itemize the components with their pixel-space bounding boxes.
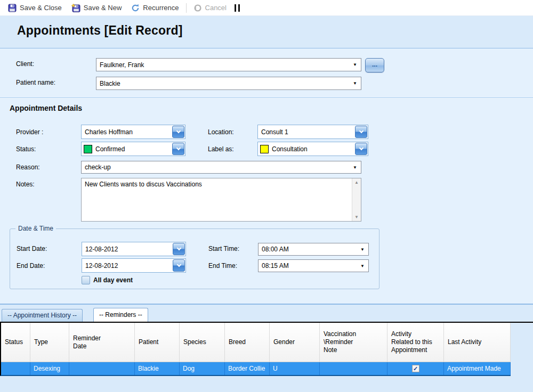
save-floppy-icon bbox=[8, 4, 17, 12]
cell-vaccination-note bbox=[320, 362, 387, 375]
status-swatch bbox=[84, 145, 92, 153]
column-header-vaccination-note[interactable]: Vaccination \Reminder Note bbox=[320, 323, 387, 362]
column-header-breed[interactable]: Breed bbox=[225, 323, 270, 362]
cell-reminder-date bbox=[69, 362, 135, 375]
patient-name-label: Patient name: bbox=[16, 79, 55, 86]
cell-type: Desexing bbox=[30, 362, 69, 375]
recurrence-icon bbox=[131, 4, 140, 12]
reminders-table: Status Type Reminder Date Patient Specie… bbox=[0, 322, 533, 392]
cancel-label: Cancel bbox=[205, 4, 227, 12]
notes-textarea[interactable]: New Clients wants to discus Vaccinations… bbox=[81, 178, 361, 222]
status-combobox[interactable]: Confirmed bbox=[81, 142, 185, 156]
label-as-dropdown-button[interactable] bbox=[355, 143, 367, 155]
cell-status bbox=[1, 362, 30, 375]
cancel-icon bbox=[193, 4, 202, 12]
scroll-down-icon[interactable]: ▼ bbox=[354, 215, 359, 219]
history-reminders-tabstrip: -- Appointment History -- -- Reminders -… bbox=[0, 308, 533, 322]
patient-dropdown-arrow-icon[interactable]: ▼ bbox=[353, 81, 357, 86]
patient-name-combobox[interactable]: Blackie ▼ bbox=[96, 77, 361, 90]
toolbar-separator bbox=[186, 3, 187, 13]
toolbar: Save & Close Save & New Recurrence bbox=[0, 0, 533, 16]
appointment-form-panel: Client: Faulkner, Frank ▼ ... Patient na… bbox=[0, 48, 533, 305]
end-date-value: 12-08-2012 bbox=[82, 262, 172, 270]
status-value: Confirmed bbox=[92, 145, 172, 153]
provider-label: Provider : bbox=[16, 128, 43, 136]
column-header-gender[interactable]: Gender bbox=[270, 323, 320, 362]
chevron-down-icon bbox=[359, 146, 363, 150]
save-and-close-button[interactable]: Save & Close bbox=[3, 2, 67, 14]
chevron-down-icon bbox=[359, 129, 363, 133]
start-date-picker[interactable]: 12-08-2012 bbox=[82, 242, 186, 256]
recurrence-button[interactable]: Recurrence bbox=[126, 2, 183, 14]
reason-label: Reason: bbox=[16, 164, 40, 171]
start-time-dropdown-arrow-icon[interactable]: ▼ bbox=[360, 247, 365, 252]
end-time-label: End Time: bbox=[208, 262, 237, 270]
start-date-label: Start Date: bbox=[17, 245, 47, 252]
reason-dropdown-arrow-icon[interactable]: ▼ bbox=[353, 165, 357, 170]
client-label: Client: bbox=[16, 60, 34, 68]
cell-breed: Border Collie bbox=[225, 362, 270, 375]
column-header-patient[interactable]: Patient bbox=[135, 323, 180, 362]
provider-dropdown-button[interactable] bbox=[172, 126, 184, 138]
section-divider bbox=[0, 97, 533, 98]
start-time-value: 08:00 AM bbox=[259, 246, 360, 253]
all-day-event-field: All day event bbox=[82, 276, 133, 284]
label-as-value: Consultation bbox=[269, 145, 354, 153]
provider-combobox[interactable]: Charles Hoffman bbox=[81, 125, 185, 139]
client-browse-button[interactable]: ... bbox=[365, 58, 384, 72]
client-dropdown-arrow-icon[interactable]: ▼ bbox=[353, 62, 357, 67]
reason-combobox[interactable]: check-up ▼ bbox=[81, 161, 361, 174]
label-as-label: Label as: bbox=[208, 145, 234, 153]
chevron-down-icon bbox=[176, 146, 180, 150]
start-time-label: Start Time: bbox=[208, 245, 239, 252]
appointment-details-heading: Appointment Details bbox=[10, 104, 82, 112]
cancel-button[interactable]: Cancel bbox=[189, 2, 231, 14]
start-time-combobox[interactable]: 08:00 AM ▼ bbox=[258, 243, 369, 256]
activity-related-checkbox[interactable]: ✓ bbox=[412, 365, 419, 372]
reason-value: check-up bbox=[82, 164, 353, 171]
location-value: Consult 1 bbox=[258, 128, 354, 136]
label-as-swatch bbox=[260, 145, 269, 153]
column-header-reminder-date[interactable]: Reminder Date bbox=[69, 323, 135, 362]
reminders-table-header: Status Type Reminder Date Patient Specie… bbox=[0, 323, 511, 362]
end-date-label: End Date: bbox=[17, 262, 45, 270]
notes-scrollbar[interactable]: ▲ ▼ bbox=[352, 178, 361, 221]
client-combobox[interactable]: Faulkner, Frank ▼ bbox=[96, 58, 361, 71]
tab-appointment-history[interactable]: -- Appointment History -- bbox=[2, 309, 83, 322]
column-header-activity-related[interactable]: Activity Related to this Appointment bbox=[387, 323, 444, 362]
end-time-combobox[interactable]: 08:15 AM ▼ bbox=[258, 259, 369, 272]
column-header-type[interactable]: Type bbox=[30, 323, 69, 362]
end-time-dropdown-arrow-icon[interactable]: ▼ bbox=[360, 264, 365, 268]
save-and-close-label: Save & Close bbox=[20, 4, 62, 12]
notes-label: Notes: bbox=[16, 181, 35, 188]
date-time-legend: Date & Time bbox=[15, 225, 56, 232]
save-and-new-label: Save & New bbox=[84, 4, 122, 12]
location-dropdown-button[interactable] bbox=[355, 126, 367, 138]
notes-value: New Clients wants to discus Vaccinations bbox=[85, 181, 349, 188]
chevron-down-icon bbox=[176, 129, 180, 133]
tab-reminders[interactable]: -- Reminders -- bbox=[93, 308, 148, 322]
status-label: Status: bbox=[16, 145, 36, 153]
column-header-status[interactable]: Status bbox=[1, 323, 30, 362]
patient-name-value: Blackie bbox=[96, 80, 353, 87]
all-day-event-label: All day event bbox=[93, 276, 133, 284]
cell-patient: Blackie bbox=[135, 362, 180, 375]
end-date-picker[interactable]: 12-08-2012 bbox=[82, 258, 186, 273]
scroll-up-icon[interactable]: ▲ bbox=[354, 180, 359, 185]
save-and-new-button[interactable]: Save & New bbox=[67, 2, 127, 14]
location-combobox[interactable]: Consult 1 bbox=[257, 125, 368, 139]
end-date-dropdown-button[interactable] bbox=[173, 259, 185, 272]
table-row[interactable]: Desexing Blackie Dog Border Collie U ✓ A… bbox=[0, 362, 511, 376]
pause-icon[interactable] bbox=[235, 4, 240, 12]
column-header-last-activity[interactable]: Last Activity bbox=[444, 323, 511, 362]
start-date-dropdown-button[interactable] bbox=[173, 243, 185, 255]
chevron-down-icon bbox=[176, 263, 181, 267]
cell-species: Dog bbox=[180, 362, 225, 375]
label-as-combobox[interactable]: Consultation bbox=[257, 142, 368, 156]
all-day-event-checkbox[interactable] bbox=[82, 276, 90, 284]
cell-last-activity: Appointment Made bbox=[444, 362, 511, 375]
column-header-species[interactable]: Species bbox=[180, 323, 225, 362]
page-title: Appointments [Edit Record] bbox=[17, 23, 183, 38]
status-dropdown-button[interactable] bbox=[172, 143, 184, 155]
date-time-group: Date & Time Start Date: 12-08-2012 Start… bbox=[10, 228, 379, 289]
